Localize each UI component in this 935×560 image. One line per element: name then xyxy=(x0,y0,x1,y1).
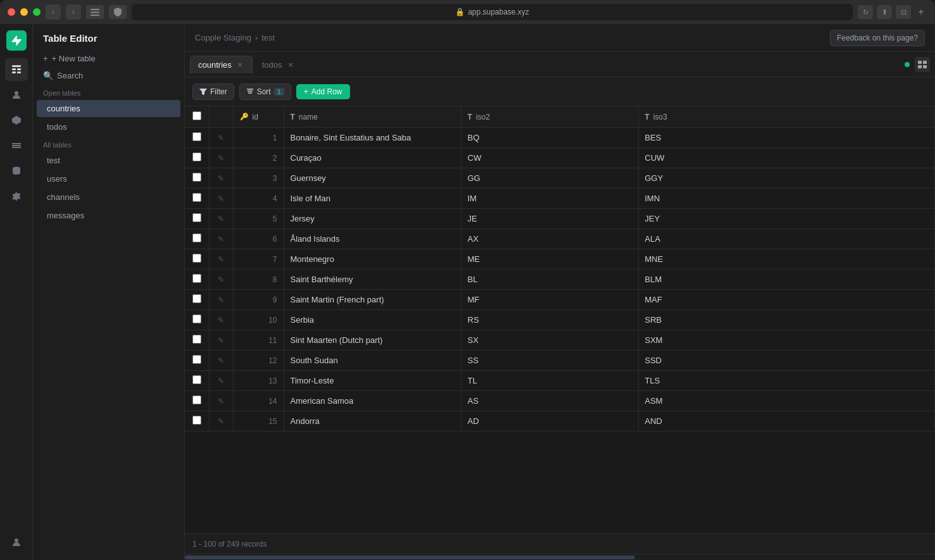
row-edit-icon[interactable]: ✎ xyxy=(216,336,227,345)
share-button[interactable]: ⬆ xyxy=(877,5,892,19)
iso3-col-label: iso3 xyxy=(653,113,667,121)
row-checkbox[interactable] xyxy=(192,213,201,222)
row-id-cell: 14 xyxy=(233,391,284,411)
row-edit-icon[interactable]: ✎ xyxy=(216,215,227,223)
row-checkbox[interactable] xyxy=(192,335,201,344)
nav-icon-edge-functions[interactable] xyxy=(5,109,28,132)
row-edit-icon[interactable]: ✎ xyxy=(216,134,227,142)
table-row: ✎ 15 Andorra AD AND xyxy=(185,411,935,432)
nav-icon-database[interactable] xyxy=(5,159,28,182)
row-edit-icon[interactable]: ✎ xyxy=(216,376,227,385)
row-name-cell: Curaçao xyxy=(284,148,461,168)
scrollbar-area[interactable] xyxy=(185,554,935,560)
row-edit-icon[interactable]: ✎ xyxy=(216,154,227,163)
row-name-cell: Sint Maarten (Dutch part) xyxy=(284,330,461,351)
row-checkbox[interactable] xyxy=(192,294,201,303)
breadcrumb-separator: › xyxy=(255,33,258,42)
table-row: ✎ 14 American Samoa AS ASM xyxy=(185,391,935,411)
nav-icon-user[interactable] xyxy=(5,531,28,554)
tab-countries[interactable]: countries ✕ xyxy=(190,56,253,73)
sort-label: Sort xyxy=(257,87,271,96)
iso2-header[interactable]: T iso2 xyxy=(461,106,638,128)
row-checkbox[interactable] xyxy=(192,152,201,161)
sort-button[interactable]: Sort 1 xyxy=(239,84,291,100)
sidebar-item-test[interactable]: test xyxy=(37,152,180,169)
row-edit-icon[interactable]: ✎ xyxy=(216,417,227,426)
refresh-button[interactable]: ↻ xyxy=(858,5,873,19)
search-action[interactable]: 🔍 Search xyxy=(33,67,184,84)
row-select-cell xyxy=(185,189,209,209)
forward-button[interactable]: › xyxy=(66,4,81,20)
select-all-checkbox[interactable] xyxy=(192,111,201,120)
row-checkbox[interactable] xyxy=(192,375,201,384)
row-checkbox[interactable] xyxy=(192,416,201,425)
row-checkbox[interactable] xyxy=(192,395,201,404)
breadcrumb-project[interactable]: Copple Staging xyxy=(195,33,251,42)
sidebar-item-messages[interactable]: messages xyxy=(37,207,180,224)
data-table: 🔑 id T name T xyxy=(185,106,935,432)
row-edit-icon[interactable]: ✎ xyxy=(216,397,227,406)
back-button[interactable]: ‹ xyxy=(46,4,61,20)
row-edit-icon[interactable]: ✎ xyxy=(216,296,227,304)
name-col-label: name xyxy=(299,113,318,121)
row-checkbox[interactable] xyxy=(192,355,201,364)
row-name-cell: South Sudan xyxy=(284,351,461,371)
layout-toggle-button[interactable] xyxy=(915,57,930,72)
new-table-action[interactable]: + + New table xyxy=(33,50,184,67)
row-edit-icon[interactable]: ✎ xyxy=(216,194,227,203)
row-iso3-cell: MAF xyxy=(638,290,935,310)
supabase-logo[interactable] xyxy=(6,30,27,51)
url-bar[interactable]: 🔒 app.supabase.xyz xyxy=(132,4,853,20)
table-body: ✎ 1 Bonaire, Sint Eustatius and Saba BQ … xyxy=(185,128,935,432)
row-name-cell: Saint Martin (French part) xyxy=(284,290,461,310)
row-checkbox[interactable] xyxy=(192,173,201,182)
tab-countries-label: countries xyxy=(198,60,232,70)
iso3-header[interactable]: T iso3 xyxy=(638,106,935,128)
row-edit-icon[interactable]: ✎ xyxy=(216,275,227,284)
nav-icon-settings[interactable] xyxy=(5,185,28,208)
sidebar-item-channels[interactable]: channels xyxy=(37,189,180,206)
maximize-button[interactable] xyxy=(33,8,41,16)
nav-icon-storage[interactable] xyxy=(5,134,28,157)
icon-sidebar-bottom xyxy=(5,531,28,554)
sidebar-item-todos[interactable]: todos xyxy=(37,118,180,135)
tab-countries-close[interactable]: ✕ xyxy=(235,60,244,69)
row-edit-icon[interactable]: ✎ xyxy=(216,356,227,365)
pip-button[interactable]: ⊡ xyxy=(896,5,911,19)
row-edit-cell: ✎ xyxy=(209,189,233,209)
tab-todos-close[interactable]: ✕ xyxy=(286,60,295,69)
iso3-type-icon: T xyxy=(645,113,649,121)
row-checkbox[interactable] xyxy=(192,254,201,263)
row-edit-icon[interactable]: ✎ xyxy=(216,316,227,325)
row-checkbox[interactable] xyxy=(192,193,201,202)
row-edit-icon[interactable]: ✎ xyxy=(216,255,227,264)
row-checkbox[interactable] xyxy=(192,274,201,283)
row-checkbox[interactable] xyxy=(192,132,201,141)
id-header[interactable]: 🔑 id xyxy=(233,106,284,128)
nav-icon-auth[interactable] xyxy=(5,84,28,106)
minimize-button[interactable] xyxy=(20,8,28,16)
row-iso3-cell: GGY xyxy=(638,168,935,189)
scrollbar-thumb[interactable] xyxy=(185,556,635,559)
add-row-button[interactable]: + Add Row xyxy=(296,84,350,99)
breadcrumb-section: test xyxy=(261,33,275,42)
row-checkbox[interactable] xyxy=(192,314,201,323)
tab-todos[interactable]: todos ✕ xyxy=(254,56,303,73)
icon-sidebar-top xyxy=(5,30,28,528)
feedback-button[interactable]: Feedback on this page? xyxy=(830,30,925,46)
nav-icon-table-editor[interactable] xyxy=(5,58,28,81)
security-button[interactable] xyxy=(109,5,127,19)
sidebar-item-users[interactable]: users xyxy=(37,170,180,187)
row-checkbox[interactable] xyxy=(192,233,201,242)
sidebar-item-countries[interactable]: countries xyxy=(37,100,180,117)
row-edit-icon[interactable]: ✎ xyxy=(216,235,227,244)
name-header[interactable]: T name xyxy=(284,106,461,128)
sidebar-toggle-button[interactable] xyxy=(86,5,104,19)
row-name-cell: Isle of Man xyxy=(284,189,461,209)
row-edit-icon[interactable]: ✎ xyxy=(216,174,227,183)
row-iso2-cell: ME xyxy=(461,249,638,270)
close-button[interactable] xyxy=(8,8,15,16)
filter-button[interactable]: Filter xyxy=(192,84,234,100)
new-tab-button[interactable]: + xyxy=(915,6,927,18)
table-container[interactable]: 🔑 id T name T xyxy=(185,106,935,533)
